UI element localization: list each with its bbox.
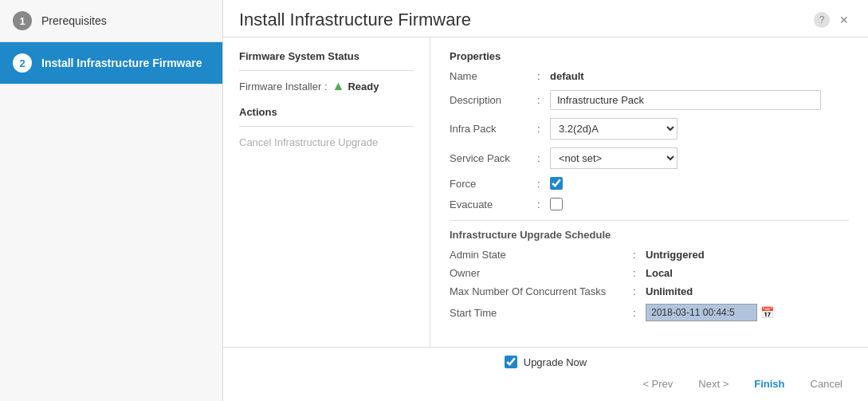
sidebar-item-label-prerequisites: Prerequisites — [41, 14, 107, 27]
name-value: default — [550, 70, 584, 82]
green-arrow-icon: ▲ — [332, 79, 345, 93]
step-badge-2: 2 — [13, 53, 32, 73]
evacuate-label: Evacuate — [450, 199, 537, 210]
close-icon[interactable]: ✕ — [836, 12, 852, 28]
cancel-button[interactable]: Cancel — [804, 375, 849, 393]
name-row: Name : default — [450, 70, 849, 82]
footer: Upgrade Now < Prev Next > Finish Cancel — [223, 347, 868, 401]
max-tasks-row: Max Number Of Concurrent Tasks : Unlimit… — [450, 285, 849, 297]
main-content: Install Infrastructure Firmware ? ✕ Firm… — [223, 0, 868, 401]
infra-pack-row: Infra Pack : 3.2(2d)A — [450, 118, 849, 140]
evacuate-row: Evacuate : — [450, 198, 849, 210]
schedule-section: Infrastructure Upgrade Schedule Admin St… — [450, 220, 849, 321]
firmware-status-row: Firmware Installer : ▲ Ready — [239, 79, 414, 93]
title-bar: Install Infrastructure Firmware ? ✕ — [223, 0, 868, 37]
ready-indicator: ▲ Ready — [332, 79, 379, 93]
step-badge-1: 1 — [13, 11, 32, 30]
cancel-infrastructure-upgrade[interactable]: Cancel Infrastructure Upgrade — [239, 136, 378, 148]
nav-row: < Prev Next > Finish Cancel — [242, 375, 849, 393]
left-panel: Firmware System Status Firmware Installe… — [223, 37, 430, 347]
owner-value: Local — [646, 267, 673, 279]
name-label: Name — [450, 70, 537, 82]
upgrade-now-checkbox[interactable] — [505, 356, 517, 368]
infra-pack-select[interactable]: 3.2(2d)A — [550, 118, 678, 140]
sidebar-item-label-install: Install Infrastructure Firmware — [41, 57, 202, 69]
upgrade-now-row: Upgrade Now — [242, 356, 849, 368]
force-checkbox[interactable] — [550, 177, 563, 190]
admin-state-value: Untriggered — [646, 249, 705, 261]
owner-row: Owner : Local — [450, 267, 849, 279]
divider-1 — [239, 70, 414, 71]
firmware-section-title: Firmware System Status — [239, 50, 414, 62]
dialog: 1 Prerequisites 2 Install Infrastructure… — [0, 0, 868, 401]
admin-state-label: Admin State — [450, 249, 633, 261]
owner-label: Owner — [450, 267, 633, 279]
max-tasks-label: Max Number Of Concurrent Tasks — [450, 285, 633, 297]
max-tasks-value: Unlimited — [646, 285, 693, 297]
admin-state-row: Admin State : Untriggered — [450, 249, 849, 261]
firmware-status-value: Ready — [348, 81, 379, 92]
title-icons: ? ✕ — [814, 12, 852, 28]
upgrade-now-label: Upgrade Now — [524, 356, 587, 368]
description-input[interactable] — [550, 90, 821, 110]
start-time-input[interactable] — [646, 304, 757, 321]
description-row: Description : — [450, 90, 849, 110]
service-pack-select[interactable]: <not set> — [550, 147, 678, 169]
dialog-title: Install Infrastructure Firmware — [239, 10, 471, 30]
service-pack-row: Service Pack : <not set> — [450, 147, 849, 169]
sidebar-item-install[interactable]: 2 Install Infrastructure Firmware — [0, 42, 222, 85]
sidebar-item-prerequisites[interactable]: 1 Prerequisites — [0, 0, 222, 42]
next-button[interactable]: Next > — [692, 375, 735, 393]
schedule-title: Infrastructure Upgrade Schedule — [450, 220, 849, 241]
sidebar: 1 Prerequisites 2 Install Infrastructure… — [0, 0, 223, 401]
finish-button[interactable]: Finish — [748, 375, 791, 393]
description-label: Description — [450, 94, 537, 106]
start-time-label: Start Time — [450, 307, 633, 319]
force-row: Force : — [450, 177, 849, 190]
force-label: Force — [450, 178, 537, 190]
evacuate-checkbox[interactable] — [550, 198, 563, 210]
infra-pack-label: Infra Pack — [450, 123, 537, 135]
body-area: Firmware System Status Firmware Installe… — [223, 37, 868, 347]
firmware-installer-label: Firmware Installer : — [239, 81, 328, 92]
help-icon[interactable]: ? — [814, 12, 830, 28]
properties-title: Properties — [450, 50, 849, 62]
right-panel: Properties Name : default Description : … — [430, 37, 868, 347]
start-time-row: Start Time : 📅 — [450, 304, 849, 321]
actions-title: Actions — [239, 106, 414, 118]
service-pack-label: Service Pack — [450, 152, 537, 164]
divider-2 — [239, 126, 414, 127]
prev-button[interactable]: < Prev — [636, 375, 679, 393]
calendar-icon[interactable]: 📅 — [760, 306, 774, 319]
